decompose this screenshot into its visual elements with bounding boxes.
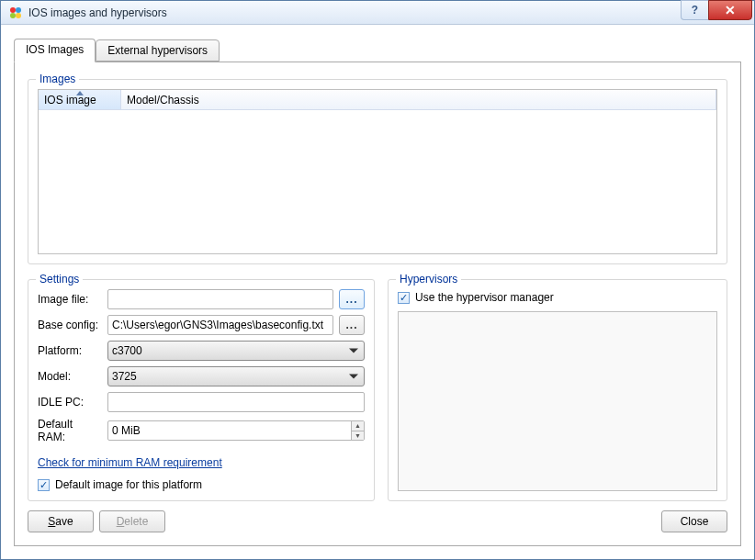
base-config-input[interactable] <box>107 315 333 335</box>
help-button[interactable]: ? <box>681 0 708 20</box>
images-table-header: IOS image Model/Chassis <box>39 90 716 110</box>
model-value: 3725 <box>112 370 137 383</box>
check-ram-link[interactable]: Check for minimum RAM requirement <box>38 456 222 469</box>
hypervisors-listbox[interactable] <box>398 311 717 491</box>
idle-pc-input[interactable] <box>107 392 365 412</box>
image-file-browse-button[interactable]: ... <box>339 289 365 309</box>
column-ios-image[interactable]: IOS image <box>39 90 121 109</box>
close-button[interactable]: Close <box>661 510 727 532</box>
tab-panel: Images IOS image Model/Chassis Settings … <box>14 62 741 546</box>
column-model-chassis[interactable]: Model/Chassis <box>121 90 716 109</box>
spinner-down-icon[interactable]: ▼ <box>351 431 364 441</box>
settings-legend: Settings <box>36 273 83 286</box>
default-ram-input[interactable] <box>107 420 365 441</box>
base-config-browse-button[interactable]: ... <box>339 315 365 335</box>
window-title: IOS images and hypervisors <box>28 6 167 19</box>
label-platform: Platform: <box>38 344 102 357</box>
save-button[interactable]: Save <box>28 510 94 532</box>
label-base-config: Base config: <box>38 319 102 331</box>
use-hypervisor-manager-checkbox[interactable]: ✓ <box>398 292 410 304</box>
window-buttons: ? ✕ <box>681 0 752 20</box>
default-image-checkbox[interactable]: ✓ <box>38 479 50 491</box>
chevron-down-icon <box>349 349 358 353</box>
default-ram-spinner[interactable]: ▲ ▼ <box>351 421 364 440</box>
tab-strip: IOS Images External hypervisors <box>14 38 741 62</box>
tab-external-hypervisors[interactable]: External hypervisors <box>96 39 220 62</box>
image-file-input[interactable] <box>107 289 333 309</box>
settings-group: Settings Image file: ... Base config: ..… <box>28 279 375 501</box>
dialog-window: IOS images and hypervisors ? ✕ IOS Image… <box>0 0 755 560</box>
label-idle-pc: IDLE PC: <box>38 396 102 409</box>
images-table-body[interactable] <box>39 110 716 253</box>
use-hypervisor-manager-label: Use the hypervisor manager <box>415 291 554 304</box>
app-icon <box>8 6 23 20</box>
delete-button[interactable]: Delete <box>99 510 165 532</box>
spinner-up-icon[interactable]: ▲ <box>351 421 364 431</box>
hypervisors-group: Hypervisors ✓ Use the hypervisor manager <box>388 279 727 501</box>
platform-value: c3700 <box>112 344 142 357</box>
model-combo[interactable]: 3725 <box>107 366 365 386</box>
images-group: Images IOS image Model/Chassis <box>28 79 727 264</box>
svg-point-3 <box>16 13 21 18</box>
label-default-ram: Default RAM: <box>38 418 102 443</box>
label-image-file: Image file: <box>38 293 102 306</box>
window-close-button[interactable]: ✕ <box>708 0 752 20</box>
hypervisors-legend: Hypervisors <box>396 273 461 286</box>
images-legend: Images <box>36 73 79 85</box>
svg-point-0 <box>10 7 16 13</box>
title-bar: IOS images and hypervisors ? ✕ <box>1 1 754 25</box>
button-bar: Save Delete Close <box>28 510 727 532</box>
svg-point-1 <box>16 7 21 13</box>
platform-combo[interactable]: c3700 <box>107 341 365 361</box>
svg-point-2 <box>10 13 16 18</box>
label-model: Model: <box>38 370 102 383</box>
default-image-label: Default image for this platform <box>55 478 202 491</box>
tab-ios-images[interactable]: IOS Images <box>14 39 96 62</box>
client-area: IOS Images External hypervisors Images I… <box>1 25 754 559</box>
chevron-down-icon <box>349 375 358 379</box>
images-table[interactable]: IOS image Model/Chassis <box>38 89 717 254</box>
